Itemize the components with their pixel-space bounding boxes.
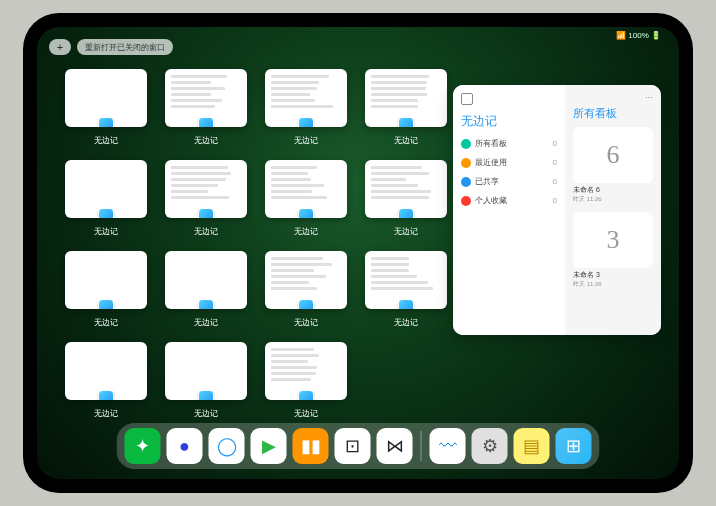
- app-window-thumb[interactable]: 无边记: [165, 251, 247, 328]
- thumb-label: 无边记: [194, 408, 218, 419]
- sidebar-toggle-icon[interactable]: [461, 93, 473, 105]
- thumb-label: 无边记: [94, 408, 118, 419]
- dock-app-app-library[interactable]: ⊞: [556, 428, 592, 464]
- sidebar-item-label: 已共享: [475, 176, 499, 187]
- thumb-label: 无边记: [194, 135, 218, 146]
- dock-app-dice[interactable]: ⊡: [335, 428, 371, 464]
- thumb-label: 无边记: [294, 408, 318, 419]
- app-window-thumb[interactable]: 无边记: [65, 69, 147, 146]
- app-window-thumb[interactable]: 无边记: [265, 160, 347, 237]
- thumb-label: 无边记: [394, 226, 418, 237]
- freeform-app-icon: [98, 208, 114, 218]
- app-switcher-grid: 无边记无边记无边记无边记无边记无边记无边记无边记无边记无边记无边记无边记无边记无…: [65, 69, 447, 419]
- thumb-label: 无边记: [294, 135, 318, 146]
- thumb-label: 无边记: [94, 226, 118, 237]
- freeform-app-icon: [298, 299, 314, 309]
- freeform-app-icon: [398, 299, 414, 309]
- dock-app-quark-hd[interactable]: ●: [167, 428, 203, 464]
- more-icon[interactable]: ⋯: [573, 93, 653, 102]
- board-date: 昨天 11:26: [573, 280, 653, 289]
- freeform-app-icon: [198, 390, 214, 400]
- sidebar-item[interactable]: 所有看板0: [461, 138, 557, 149]
- freeform-app-icon: [298, 117, 314, 127]
- dock-app-quark[interactable]: ◯: [209, 428, 245, 464]
- thumb-label: 无边记: [394, 317, 418, 328]
- sidebar-item-count: 0: [553, 177, 557, 186]
- sidebar-item-count: 0: [553, 139, 557, 148]
- board-preview: 6: [573, 127, 653, 183]
- freeform-app-icon: [98, 390, 114, 400]
- freeform-app-icon: [98, 299, 114, 309]
- reopen-closed-window-button[interactable]: 重新打开已关闭的窗口: [77, 39, 173, 55]
- thumb-label: 无边记: [94, 317, 118, 328]
- board-item[interactable]: 3未命名 3昨天 11:26: [573, 212, 653, 289]
- app-window-thumb[interactable]: 无边记: [165, 342, 247, 419]
- freeform-app-icon: [198, 208, 214, 218]
- sidebar-item[interactable]: 已共享0: [461, 176, 557, 187]
- thumb-label: 无边记: [194, 226, 218, 237]
- app-window-thumb[interactable]: 无边记: [165, 160, 247, 237]
- board-preview: 3: [573, 212, 653, 268]
- dock: ✦●◯▶▮▮⊡⋈〰⚙▤⊞: [117, 423, 600, 469]
- board-name: 未命名 3: [573, 270, 653, 280]
- dock-app-graph[interactable]: ⋈: [377, 428, 413, 464]
- dock-separator: [421, 431, 422, 461]
- thumb-label: 无边记: [294, 317, 318, 328]
- new-window-button[interactable]: +: [49, 39, 71, 55]
- app-window-thumb[interactable]: 无边记: [265, 69, 347, 146]
- freeform-content: ⋯ 所有看板 6未命名 6昨天 11:263未命名 3昨天 11:26: [565, 85, 661, 335]
- app-window-thumb[interactable]: 无边记: [65, 342, 147, 419]
- app-window-thumb[interactable]: 无边记: [265, 342, 347, 419]
- app-window-thumb[interactable]: 无边记: [65, 251, 147, 328]
- screen: 📶 100% 🔋 + 重新打开已关闭的窗口 无边记无边记无边记无边记无边记无边记…: [37, 27, 679, 479]
- dock-app-freeform[interactable]: 〰: [430, 428, 466, 464]
- board-date: 昨天 11:26: [573, 195, 653, 204]
- freeform-app-icon: [298, 208, 314, 218]
- sidebar-item-count: 0: [553, 158, 557, 167]
- sidebar-item[interactable]: 最近使用0: [461, 157, 557, 168]
- dock-app-settings[interactable]: ⚙: [472, 428, 508, 464]
- content-title: 所有看板: [573, 106, 653, 121]
- thumb-label: 无边记: [294, 226, 318, 237]
- dock-app-wechat[interactable]: ✦: [125, 428, 161, 464]
- freeform-app-icon: [398, 117, 414, 127]
- app-window-thumb[interactable]: 无边记: [65, 160, 147, 237]
- freeform-popover: 无边记 所有看板0最近使用0已共享0个人收藏0 ⋯ 所有看板 6未命名 6昨天 …: [453, 85, 661, 335]
- app-window-thumb[interactable]: 无边记: [365, 251, 447, 328]
- sidebar-title: 无边记: [461, 113, 557, 130]
- sidebar-item-label: 个人收藏: [475, 195, 507, 206]
- status-bar: 📶 100% 🔋: [616, 31, 661, 40]
- sidebar-item-count: 0: [553, 196, 557, 205]
- app-window-thumb[interactable]: 无边记: [265, 251, 347, 328]
- dock-app-media[interactable]: ▶: [251, 428, 287, 464]
- dock-app-notes[interactable]: ▤: [514, 428, 550, 464]
- board-name: 未命名 6: [573, 185, 653, 195]
- sidebar-item[interactable]: 个人收藏0: [461, 195, 557, 206]
- ipad-frame: 📶 100% 🔋 + 重新打开已关闭的窗口 无边记无边记无边记无边记无边记无边记…: [23, 13, 693, 493]
- freeform-app-icon: [198, 117, 214, 127]
- freeform-app-icon: [198, 299, 214, 309]
- app-window-thumb[interactable]: 无边记: [365, 160, 447, 237]
- category-icon: [461, 177, 471, 187]
- thumb-label: 无边记: [194, 317, 218, 328]
- category-icon: [461, 139, 471, 149]
- topbar: + 重新打开已关闭的窗口: [49, 39, 173, 55]
- sidebar-item-label: 所有看板: [475, 138, 507, 149]
- freeform-app-icon: [298, 390, 314, 400]
- board-item[interactable]: 6未命名 6昨天 11:26: [573, 127, 653, 204]
- category-icon: [461, 158, 471, 168]
- app-window-thumb[interactable]: 无边记: [365, 69, 447, 146]
- thumb-label: 无边记: [94, 135, 118, 146]
- app-window-thumb[interactable]: 无边记: [165, 69, 247, 146]
- freeform-sidebar: 无边记 所有看板0最近使用0已共享0个人收藏0: [453, 85, 565, 335]
- dock-app-books[interactable]: ▮▮: [293, 428, 329, 464]
- thumb-label: 无边记: [394, 135, 418, 146]
- sidebar-item-label: 最近使用: [475, 157, 507, 168]
- freeform-app-icon: [98, 117, 114, 127]
- freeform-app-icon: [398, 208, 414, 218]
- category-icon: [461, 196, 471, 206]
